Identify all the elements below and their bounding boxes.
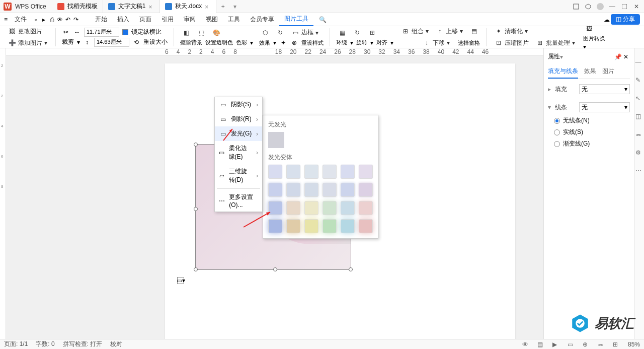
fill-select[interactable]: 无▾ bbox=[579, 84, 630, 94]
preview-icon[interactable]: 👁 bbox=[56, 16, 64, 24]
close-icon[interactable]: × bbox=[205, 4, 211, 10]
remove-bg-button[interactable]: ◧ bbox=[180, 28, 192, 38]
hamburger-icon[interactable]: ≡ bbox=[4, 16, 8, 23]
cube-icon[interactable] bbox=[583, 1, 594, 12]
undo-icon[interactable]: ↶ bbox=[64, 16, 72, 24]
glow-swatch-0-1[interactable] bbox=[286, 165, 300, 179]
cloud-icon[interactable]: ☁ bbox=[603, 16, 611, 24]
menu-page[interactable]: 页面 bbox=[134, 13, 156, 26]
menu-file[interactable]: 文件 bbox=[10, 13, 32, 26]
close-icon[interactable]: × bbox=[148, 4, 154, 10]
glow-swatch-0-0[interactable] bbox=[268, 165, 282, 179]
change-picture-button[interactable]: 🖼更改图片 bbox=[6, 26, 49, 37]
compress-button[interactable]: ⊡压缩图片 bbox=[493, 38, 531, 48]
settings-icon[interactable]: ⚙ bbox=[635, 149, 643, 157]
glow-swatch-2-1[interactable] bbox=[286, 201, 300, 215]
resize-handle-sw[interactable] bbox=[194, 267, 198, 271]
glow-swatch-1-4[interactable] bbox=[341, 183, 355, 197]
glow-swatch-3-4[interactable] bbox=[341, 219, 355, 233]
glow-swatch-0-4[interactable] bbox=[341, 165, 355, 179]
crop-icon[interactable]: ✂ bbox=[62, 28, 70, 36]
radio-gradient-line[interactable]: 渐变线(G) bbox=[554, 139, 630, 148]
batch-button[interactable]: ⊞批量处理▾ bbox=[534, 38, 577, 48]
effect-button[interactable]: ⬡ bbox=[259, 28, 271, 38]
share-button[interactable]: ◫ 分享 bbox=[611, 14, 640, 25]
tab-doc1[interactable]: 文字文稿1 × bbox=[103, 0, 160, 13]
sel-pane-button[interactable]: ▤ bbox=[468, 26, 480, 36]
transparency-button[interactable]: ⬚ bbox=[195, 28, 207, 38]
tab-autumn[interactable]: 秋天.docx × bbox=[160, 0, 216, 13]
glow-item[interactable]: ▭发光(G)› bbox=[215, 126, 262, 141]
play-icon[interactable]: ▶ bbox=[552, 341, 559, 348]
radio-solid-line[interactable]: 实线(S) bbox=[554, 128, 630, 136]
glow-swatch-3-2[interactable] bbox=[304, 219, 318, 233]
convert-button[interactable]: 🖼 bbox=[583, 24, 605, 34]
resize-handle-nw[interactable] bbox=[194, 143, 198, 147]
web-icon[interactable]: ⊕ bbox=[583, 341, 590, 348]
menu-start[interactable]: 开始 bbox=[90, 13, 112, 26]
rotate3d-item[interactable]: ▱三维旋转(D)› bbox=[215, 164, 262, 187]
add-tab-button[interactable]: + bbox=[216, 3, 229, 10]
no-glow-swatch[interactable] bbox=[268, 132, 284, 148]
prop-tab-picture[interactable]: 图片 bbox=[602, 65, 614, 79]
group-button[interactable]: ⊞组合▾ bbox=[399, 26, 431, 37]
rotate-icon[interactable]: ↻ bbox=[274, 28, 286, 38]
minus-icon[interactable]: — bbox=[635, 58, 643, 66]
link2-icon[interactable]: ⫘ bbox=[598, 341, 605, 348]
reset-style-icon[interactable]: ⊗ bbox=[290, 39, 298, 47]
glow-swatch-0-5[interactable] bbox=[359, 165, 373, 179]
menu-insert[interactable]: 插入 bbox=[112, 13, 134, 26]
rotate-button[interactable]: ↻ bbox=[351, 28, 363, 38]
line-select[interactable]: 无▾ bbox=[579, 102, 630, 112]
minimize-button[interactable]: — bbox=[607, 1, 618, 12]
close-button[interactable]: ✕ bbox=[631, 1, 642, 12]
glow-swatch-1-3[interactable] bbox=[323, 183, 337, 197]
vscrollbar[interactable] bbox=[538, 55, 543, 340]
prop-tab-effect[interactable]: 效果 bbox=[584, 65, 596, 79]
canvas[interactable]: 642 246 818 202224 262830 323436 384042 … bbox=[6, 48, 543, 340]
close-panel-icon[interactable]: ✕ bbox=[622, 53, 630, 61]
glow-swatch-1-1[interactable] bbox=[286, 183, 300, 197]
down-button[interactable]: ↓下移▾ bbox=[421, 38, 452, 48]
resize-handle-se[interactable] bbox=[349, 267, 353, 271]
layout-icon[interactable]: ▤ bbox=[537, 341, 544, 348]
page-status[interactable]: 页面: 1/1 bbox=[4, 340, 28, 348]
glow-swatch-3-3[interactable] bbox=[323, 219, 337, 233]
border-button[interactable]: ▭边框▾ bbox=[289, 27, 320, 38]
glow-swatch-3-5[interactable] bbox=[359, 219, 373, 233]
align-button[interactable]: ⊞ bbox=[366, 28, 378, 38]
menu-tools[interactable]: 工具 bbox=[223, 13, 245, 26]
shapes-icon[interactable]: ◫ bbox=[635, 113, 643, 121]
prop-tab-fill[interactable]: 填充与线条 bbox=[548, 65, 578, 79]
sparkle-icon[interactable]: ✦ bbox=[279, 39, 287, 47]
new-icon[interactable]: ▫ bbox=[32, 16, 40, 24]
menu-picture-tools[interactable]: 图片工具 bbox=[279, 13, 313, 26]
pencil-icon[interactable]: ✎ bbox=[635, 77, 643, 85]
more-icon[interactable]: ⋯ bbox=[635, 167, 643, 175]
more-settings-item[interactable]: ⋯更多设置(O)... bbox=[215, 190, 262, 212]
resize-handle-s[interactable] bbox=[273, 267, 277, 271]
open-icon[interactable]: ▸ bbox=[40, 16, 48, 24]
glow-swatch-2-4[interactable] bbox=[341, 201, 355, 215]
layout-options-icon[interactable]: ▭▾ bbox=[177, 277, 184, 284]
tab-templates[interactable]: 找稻壳模板 bbox=[52, 0, 103, 13]
zoom-level[interactable]: 85% bbox=[628, 341, 640, 348]
word-count[interactable]: 字数: 0 bbox=[36, 340, 54, 348]
resize-handle-w[interactable] bbox=[194, 207, 198, 211]
menu-view[interactable]: 视图 bbox=[201, 13, 223, 26]
eye-icon[interactable]: 👁 bbox=[522, 341, 529, 348]
height-input[interactable] bbox=[94, 38, 129, 47]
grid-icon[interactable]: ⊞ bbox=[613, 341, 620, 348]
glow-swatch-3-0[interactable] bbox=[268, 219, 282, 233]
glow-swatch-2-3[interactable] bbox=[323, 201, 337, 215]
clarity-button[interactable]: ✦清晰化▾ bbox=[493, 26, 530, 37]
glow-swatch-0-3[interactable] bbox=[323, 165, 337, 179]
glow-swatch-2-2[interactable] bbox=[304, 201, 318, 215]
glow-swatch-0-2[interactable] bbox=[304, 165, 318, 179]
proof-status[interactable]: 校对 bbox=[110, 340, 122, 348]
spell-status[interactable]: 拼写检查: 打开 bbox=[63, 340, 103, 348]
glow-swatch-3-1[interactable] bbox=[286, 219, 300, 233]
color-button[interactable]: 🎨 bbox=[210, 28, 222, 38]
glow-swatch-1-2[interactable] bbox=[304, 183, 318, 197]
glow-swatch-2-0[interactable] bbox=[268, 201, 282, 215]
